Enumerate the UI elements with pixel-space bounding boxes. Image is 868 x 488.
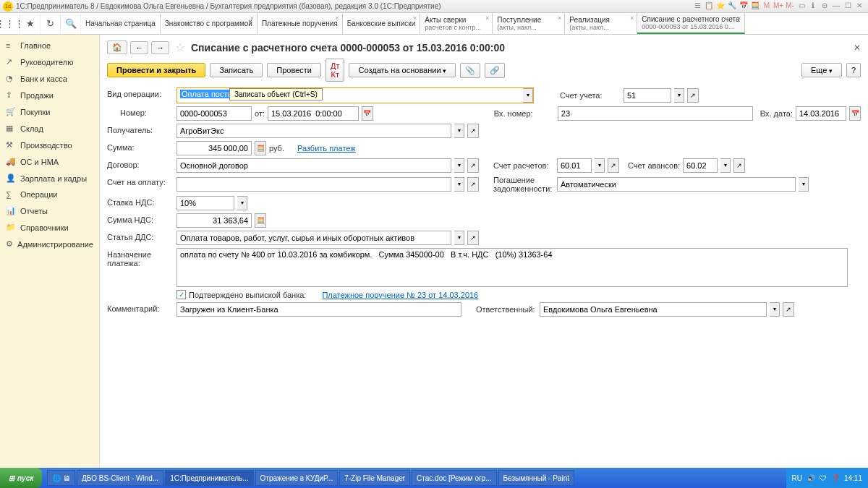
purpose-textarea[interactable] [176,248,848,287]
recipient-input[interactable] [176,124,451,138]
main-tab[interactable]: Начальная страница [81,13,161,34]
dropdown-icon[interactable]: ▾ [454,158,464,173]
dropdown-icon[interactable]: ▾ [720,158,731,173]
in-date-input[interactable] [796,106,846,121]
dropdown-icon[interactable]: ▾ [454,124,464,138]
sidebar-item[interactable]: 🚚ОС и НМА [0,153,99,170]
vat-sum-input[interactable] [176,213,252,228]
taskbar-task[interactable]: 1С:Предприниматель... [165,470,253,486]
open-icon[interactable]: ↗ [687,88,699,103]
system-tray[interactable]: RU 🔊🛡❓ 14:11 [786,468,868,488]
page-title: Списание с расчетного счета 0000-000053 … [191,42,505,53]
main-tab[interactable]: ×Банковские выписки [343,13,421,34]
sidebar-item[interactable]: ⇪Продажи [0,87,99,103]
menu-grid-icon[interactable]: ⋮⋮⋮ [0,13,20,34]
open-icon[interactable]: ↗ [733,158,745,173]
open-icon[interactable]: ↗ [608,158,619,173]
open-icon[interactable]: ↗ [783,302,794,317]
calendar-icon[interactable]: 📅 [849,106,861,121]
post-and-close-button[interactable]: Провести и закрыть [107,63,205,77]
post-button[interactable]: Провести [267,63,321,77]
main-tab[interactable]: ×Акты сверкирасчетов с контр... [420,13,493,34]
dropdown-icon[interactable]: ▾ [454,177,464,192]
main-tab[interactable]: ×Знакомство с программой [161,13,258,34]
more-button[interactable]: Еще [801,63,842,77]
number-label: Номер: [107,106,172,121]
nav-home-button[interactable]: 🏠 [107,40,127,54]
sidebar-item[interactable]: 📊Отчеты [0,202,99,219]
dds-input[interactable] [176,231,451,245]
main-tab[interactable]: ×Списание с расчетного счета0000-000053 … [637,13,744,34]
debt-input[interactable] [557,177,796,192]
vat-rate-input[interactable] [176,196,234,210]
contract-input[interactable] [176,158,451,173]
nav-forward-button[interactable]: → [151,41,169,54]
sidebar-item[interactable]: ≡Главное [0,38,99,53]
sidebar-item[interactable]: 📁Справочники [0,219,99,236]
main-tab[interactable]: ×Поступление(акты, накл... [493,13,565,34]
invoice-input[interactable] [176,177,451,192]
calc-icon[interactable]: 🧮 [255,141,266,155]
taskbar-task[interactable]: Безымянный - Paint [498,470,574,486]
quick-launch[interactable]: 🌐 🖥 [47,470,75,486]
app-icon: 1c [3,1,13,12]
in-number-input[interactable] [558,106,753,121]
taskbar-task[interactable]: ДБО BS-Client - Wind... [77,470,163,486]
number-input[interactable] [176,106,252,121]
open-icon[interactable]: ↗ [467,124,479,138]
dropdown-icon[interactable]: ▾ [237,196,247,210]
start-button[interactable]: ⊞пуск [0,468,42,488]
payment-order-link[interactable]: Платежное поручение № 23 от 14.03.2016 [322,291,478,299]
favorite-star-icon[interactable]: ☆ [175,40,185,54]
debt-label: Погашение задолженности: [493,176,554,193]
settle-acc-input[interactable] [557,158,592,173]
sum-input[interactable] [176,141,252,155]
attach-icon[interactable]: 📎 [460,63,480,78]
document-content: 🏠 ← → ☆ Списание с расчетного счета 0000… [100,35,868,468]
main-tab[interactable]: ×Платежные поручения [258,13,343,34]
dropdown-icon[interactable]: ▾ [595,158,605,173]
dropdown-icon[interactable]: ▾ [523,88,533,103]
dropdown-icon[interactable]: ▾ [454,231,464,245]
taskbar-task[interactable]: Стас.doc [Режим огр... [412,470,496,486]
sidebar-item[interactable]: 🛒Покупки [0,103,99,120]
star-icon[interactable]: ★ [20,13,41,34]
sidebar-item[interactable]: 👤Зарплата и кадры [0,170,99,187]
sidebar-item[interactable]: ⚙Администрирование [0,236,99,252]
calendar-icon[interactable]: 📅 [362,106,373,121]
responsible-input[interactable] [540,302,767,317]
open-icon[interactable]: ↗ [467,158,479,173]
comment-input[interactable] [176,302,461,317]
dropdown-icon[interactable]: ▾ [799,177,809,192]
open-icon[interactable]: ↗ [467,177,479,192]
advance-acc-input[interactable] [683,158,718,173]
help-button[interactable]: ? [846,63,861,77]
confirmed-checkbox[interactable]: ✓ [176,290,186,299]
taskbar-task[interactable]: Отражение в КУДиР... [255,470,339,486]
search-icon[interactable]: 🔍 [61,13,81,34]
sidebar-item[interactable]: ↗Руководителю [0,53,99,70]
link-icon[interactable]: 🔗 [485,63,505,78]
taskbar-task[interactable]: 7-Zip File Manager [339,470,410,486]
posting-report-icon[interactable]: ДтКт [326,59,345,82]
sidebar-item[interactable]: ▦Склад [0,120,99,137]
sidebar-item[interactable]: ◔Банк и касса [0,70,99,87]
dropdown-icon[interactable]: ▾ [770,302,780,317]
save-button[interactable]: Записать [210,63,263,77]
sidebar-item[interactable]: ∑Операции [0,187,99,202]
nav-back-button[interactable]: ← [130,41,148,54]
account-input[interactable] [624,88,671,103]
vat-sum-label: Сумма НДС: [107,213,172,228]
recipient-label: Получатель: [107,124,172,138]
main-tab[interactable]: ×Реализация(акты, накл... [565,13,637,34]
open-icon[interactable]: ↗ [467,231,479,245]
split-payment-link[interactable]: Разбить платеж [297,144,356,153]
sidebar-item[interactable]: ⚒Производство [0,137,99,153]
date-input[interactable] [268,106,359,121]
calc-icon[interactable]: 🧮 [255,213,266,228]
dropdown-icon[interactable]: ▾ [674,88,684,103]
advance-acc-label: Счет авансов: [628,161,680,170]
create-based-dropdown[interactable]: Создать на основании [349,63,456,77]
close-icon[interactable]: ✕ [854,43,861,53]
history-icon[interactable]: ↻ [41,13,61,34]
